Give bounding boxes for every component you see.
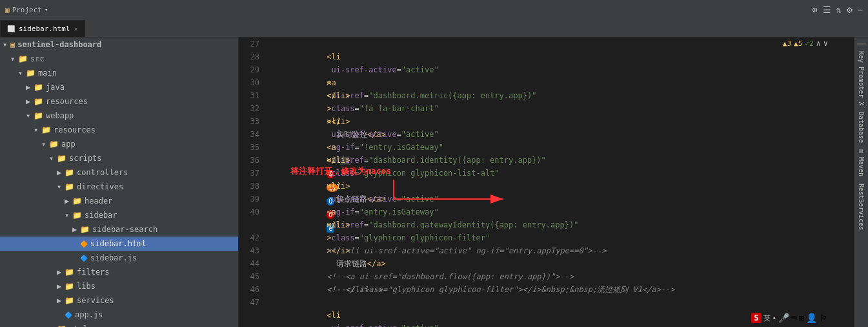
tree-label: main bbox=[38, 69, 57, 78]
collapse-icon: ▶ bbox=[57, 168, 65, 177]
tab-close-icon[interactable]: ✕ bbox=[74, 25, 77, 32]
tab-html-icon: ⬜ bbox=[7, 25, 15, 32]
flag-icon[interactable]: 🏳 bbox=[819, 313, 828, 323]
right-panel-divider bbox=[857, 43, 866, 45]
keyboard-icon[interactable]: ⌨ bbox=[791, 313, 796, 323]
sogou-icon: S bbox=[751, 313, 761, 323]
code-lines[interactable]: <li ui-sref-active="active" > <a ui-sref… bbox=[278, 37, 845, 327]
editor-content: 27 28 29 30 31 32 33 34 35 36 37 38 39 4… bbox=[239, 37, 854, 327]
editor-area: ▲3 ▲5 ✓2 ∧ ∨ 27 28 29 30 31 32 33 34 35 … bbox=[239, 37, 854, 327]
project-folder-icon: ▣ bbox=[5, 6, 10, 14]
tree-label: services bbox=[77, 296, 114, 305]
folder-icon-app: 📁 bbox=[49, 140, 59, 149]
html-file-icon: 🔶 bbox=[80, 240, 88, 248]
tree-item-app-js[interactable]: 🔷 app.js bbox=[0, 308, 238, 322]
collapse-icon: ▶ bbox=[49, 324, 57, 327]
collapse-icon: ▶ bbox=[26, 97, 34, 106]
folder-icon-sidebar: 📁 bbox=[72, 211, 82, 220]
code-line-47: <li ui-sref-active="active" ng-if="entry… bbox=[280, 296, 845, 309]
tree-item-sidebar-js[interactable]: 🔷 sidebar.js bbox=[0, 251, 238, 265]
tree-label: resources bbox=[46, 97, 88, 106]
right-panel: Key Promoter X Database m Maven RestServ… bbox=[854, 37, 868, 327]
bottom-icons: S 英 • 🎤 ⌨ ⊞ 👤 🏳 bbox=[751, 313, 828, 323]
tree-item-controllers[interactable]: ▶ 📁 controllers bbox=[0, 165, 238, 180]
tree-label: resources bbox=[54, 125, 96, 134]
folder-icon-directives: 📁 bbox=[65, 182, 74, 191]
tab-bar: ⬜ sidebar.html ✕ bbox=[0, 19, 868, 37]
tree-item-resources-main[interactable]: ▶ 📁 resources bbox=[0, 94, 238, 109]
tree-label: controllers bbox=[77, 168, 128, 177]
tree-label: webapp bbox=[46, 111, 74, 120]
code-line-annotation bbox=[280, 218, 845, 231]
tree-label: directives bbox=[77, 182, 123, 191]
project-label[interactable]: ▣ Project ▾ bbox=[5, 6, 48, 14]
tree-label: scripts bbox=[69, 154, 102, 163]
folder-icon-main: 📁 bbox=[26, 69, 35, 78]
collapse-icon: ▾ bbox=[34, 125, 41, 134]
tab-sidebar-html[interactable]: ⬜ sidebar.html ✕ bbox=[0, 20, 85, 37]
tree-label: sidebar.html bbox=[90, 239, 146, 248]
code-line-33: <a ui-sref="dashboard.identity({app: ent… bbox=[280, 115, 845, 128]
tree-item-sidebar-html[interactable]: 🔶 sidebar.html bbox=[0, 237, 238, 251]
user-icon[interactable]: 👤 bbox=[806, 313, 817, 323]
collapse-icon: ▾ bbox=[49, 154, 57, 163]
tree-item-services[interactable]: ▶ 📁 services bbox=[0, 293, 238, 308]
code-line-27: <li ui-sref-active="active" > bbox=[280, 37, 845, 50]
tree-label: sidebar bbox=[85, 211, 117, 220]
tree-item-sentinel-dashboard[interactable]: ▾ ▣ sentinel-dashboard bbox=[0, 37, 238, 52]
right-panel-rest-services[interactable]: RestServices bbox=[856, 181, 866, 233]
tree-item-scripts[interactable]: ▾ 📁 scripts bbox=[0, 151, 238, 165]
collapse-icon: ▾ bbox=[3, 40, 10, 49]
mic-icon[interactable]: 🎤 bbox=[778, 313, 789, 323]
collapse-icon: ▾ bbox=[10, 54, 18, 63]
toolbar-plus-icon[interactable]: ⊕ bbox=[812, 5, 817, 15]
collapse-icon: ▾ bbox=[41, 140, 49, 149]
toolbar-settings-icon[interactable]: ⚙ bbox=[847, 5, 852, 15]
tree-item-header[interactable]: ▶ 📁 header bbox=[0, 194, 238, 208]
tab-label: sidebar.html bbox=[19, 25, 70, 33]
project-dropdown-icon[interactable]: ▾ bbox=[45, 6, 48, 13]
toolbar-list-icon[interactable]: ☰ bbox=[823, 5, 831, 15]
gutter bbox=[265, 37, 278, 327]
toolbar: ▣ Project ▾ ⊕ ☰ ⇅ ⚙ − bbox=[0, 0, 868, 19]
tree-item-app[interactable]: ▾ 📁 app bbox=[0, 137, 238, 151]
tree-item-resources-webapp[interactable]: ▾ 📁 resources bbox=[0, 123, 238, 137]
tree-label: app bbox=[61, 140, 76, 149]
tree-item-webapp[interactable]: ▾ 📁 webapp bbox=[0, 109, 238, 123]
tree-item-src[interactable]: ▾ 📁 src bbox=[0, 52, 238, 66]
code-line-28: <a ui-sref="dashboard.metric({app: entry… bbox=[280, 50, 845, 63]
tree-label: filters bbox=[77, 268, 110, 277]
right-panel-database[interactable]: Database bbox=[856, 109, 866, 145]
tree-item-styles[interactable]: ▶ 📁 styles bbox=[0, 322, 238, 327]
folder-icon-scripts: 📁 bbox=[57, 154, 66, 163]
folder-icon-resources-webapp: 📁 bbox=[41, 125, 51, 134]
project-title: Project bbox=[12, 6, 42, 14]
tree-item-directives[interactable]: ▾ 📁 directives bbox=[0, 180, 238, 194]
folder-icon-header: 📁 bbox=[72, 196, 82, 206]
tree-label: java bbox=[46, 83, 65, 92]
tree-item-libs[interactable]: ▶ 📁 libs bbox=[0, 279, 238, 293]
code-line-43: <!--<a ui-sref="dashboard.flow({app: ent… bbox=[280, 244, 845, 257]
js-file-icon-app: 🔷 bbox=[65, 311, 72, 319]
toolbar-minus-icon[interactable]: − bbox=[858, 5, 863, 15]
tree-item-sidebar[interactable]: ▾ 📁 sidebar bbox=[0, 208, 238, 222]
line-numbers: 27 28 29 30 31 32 33 34 35 36 37 38 39 4… bbox=[239, 37, 265, 327]
grid-icon-bottom[interactable]: ⊞ bbox=[799, 313, 804, 323]
tree-item-filters[interactable]: ▶ 📁 filters bbox=[0, 265, 238, 279]
right-panel-maven[interactable]: m Maven bbox=[856, 147, 866, 179]
js-file-icon: 🔷 bbox=[80, 255, 88, 262]
separator1: • bbox=[772, 314, 777, 322]
folder-icon-services: 📁 bbox=[65, 296, 74, 305]
tree-label: styles bbox=[69, 324, 97, 327]
tree-item-java[interactable]: ▶ 📁 java bbox=[0, 80, 238, 94]
tree-label: header bbox=[85, 196, 112, 206]
tree-item-main[interactable]: ▾ 📁 main bbox=[0, 66, 238, 80]
folder-icon-sentinel: ▣ bbox=[10, 40, 15, 49]
main-area: ▾ ▣ sentinel-dashboard ▾ 📁 src ▾ 📁 main … bbox=[0, 37, 868, 327]
file-tree[interactable]: ▾ ▣ sentinel-dashboard ▾ 📁 src ▾ 📁 main … bbox=[0, 37, 239, 327]
tree-item-sidebar-search[interactable]: ▶ 📁 sidebar-search bbox=[0, 222, 238, 237]
folder-icon-src: 📁 bbox=[18, 54, 28, 63]
toolbar-sort-icon[interactable]: ⇅ bbox=[836, 5, 842, 15]
tree-label: sentinel-dashboard bbox=[17, 40, 101, 49]
right-panel-key-promoter[interactable]: Key Promoter X bbox=[856, 48, 866, 108]
